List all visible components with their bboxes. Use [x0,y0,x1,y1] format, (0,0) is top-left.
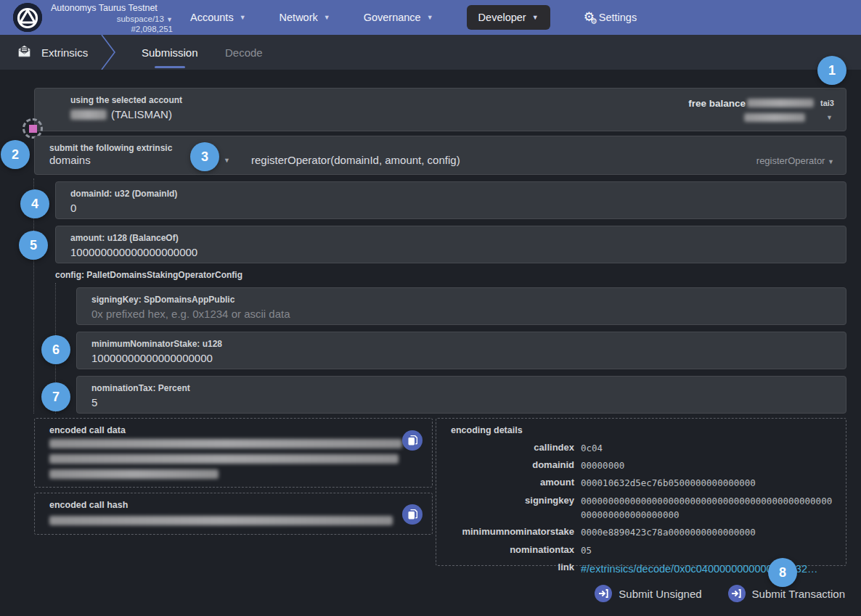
param-nominationtax-label: nominationTax: Percent [91,383,190,393]
chevron-down-icon: ▼ [324,14,330,21]
decode-link[interactable]: #/extrinsics/decode/0x0c0400000000000010… [581,561,836,577]
encoded-call-data-label: encoded call data [49,425,126,435]
tab-submission[interactable]: Submission [142,35,198,70]
tab-bar: Extrinsics Submission Decode [0,35,861,70]
copy-call-hash-button[interactable] [402,504,423,525]
param-amount-field[interactable]: amount: u128 (BalanceOf) 100000000000000… [55,226,846,263]
redacted-balance-secondary [744,113,805,122]
sign-in-arrow-icon [728,585,746,602]
chain-selector[interactable]: subspace/13 ▼ [51,14,173,24]
annotation-badge-2: 2 [1,140,30,169]
block-number: #2,098,251 [51,24,173,34]
annotation-badge-5: 5 [19,231,48,260]
extrinsics-submission-page: using the selected account (TALISMAN) fr… [0,70,861,616]
copy-call-data-button[interactable] [402,430,423,451]
param-amount-label: amount: u128 (BalanceOf) [70,233,179,243]
gear-icon: ⚙⚙ [584,9,593,26]
annotation-badge-4: 4 [20,189,49,218]
method-short-select[interactable]: registerOperator ▼ [756,155,834,166]
autonomys-logo-icon[interactable] [13,3,42,32]
extrinsic-row-label: submit the following extrinsic [49,143,172,153]
param-signingkey-field[interactable]: signingKey: SpDomainsAppPublic 0x prefix… [76,287,846,325]
encoding-details-panel: encoding details callindex 0c04 domainid… [436,418,846,566]
method-select[interactable]: registerOperator(domainId, amount, confi… [251,154,460,166]
annotation-badge-3: 3 [190,142,219,171]
annotation-badge-6: 6 [41,335,70,364]
app-header: Autonomys Taurus Testnet subspace/13 ▼ #… [0,0,861,35]
redacted-balance-value [747,99,814,107]
redacted-call-data-line3 [49,469,219,479]
network-title-block: Autonomys Taurus Testnet subspace/13 ▼ #… [51,3,173,34]
tab-decode[interactable]: Decode [225,35,263,70]
token-unit: tai3 [820,99,834,107]
param-domainid-label: domainId: u32 (DomainId) [70,189,177,199]
encoded-call-hash-panel: encoded call hash [34,493,433,535]
encoded-call-hash-label: encoded call hash [49,500,128,510]
selected-account-value: (TALISMAN) [70,108,172,120]
section-extrinsics: Extrinsics [17,45,88,59]
chevron-down-icon: ▼ [532,14,539,21]
submit-transaction-button[interactable]: Submit Transaction [728,585,845,602]
encoding-row-amount: amount 000010632d5ec76b0500000000000000 [436,475,846,492]
encoding-row-nominationtax: nominationtax 05 [436,541,846,559]
copy-icon [408,435,417,445]
breadcrumb-chevron [100,35,118,73]
param-nominationtax-field[interactable]: nominationTax: Percent 5 [76,376,846,414]
extrinsics-envelope-icon [17,45,31,59]
param-minimumnominatorstake-label: minimumNominatorStake: u128 [91,339,222,349]
param-signingkey-label: signingKey: SpDomainsAppPublic [91,295,234,305]
encoding-details-label: encoding details [451,425,523,435]
param-signingkey-input[interactable]: 0x prefixed hex, e.g. 0x1234 or ascii da… [91,308,290,320]
pallet-select[interactable]: domains [49,154,91,166]
param-nominationtax-input[interactable]: 5 [91,396,97,408]
param-minimumnominatorstake-field[interactable]: minimumNominatorStake: u128 100000000000… [76,332,846,369]
pallet-select-caret[interactable]: ▼ [224,157,230,164]
nav-settings[interactable]: ⚙⚙ Settings [584,9,637,26]
nav-governance[interactable]: Governance ▼ [364,12,433,23]
param-amount-input[interactable]: 100000000000000000000 [70,246,197,258]
encoding-row-callindex: callindex 0c04 [436,439,846,456]
copy-icon [408,509,417,520]
encoding-row-domainid: domainid 00000000 [436,456,846,474]
main-nav: Accounts ▼ Network ▼ Governance ▼ Develo… [190,0,637,35]
chevron-down-icon: ▼ [828,158,834,165]
annotation-badge-7: 7 [41,382,70,411]
param-domainid-input[interactable]: 0 [70,202,76,214]
config-group-label: config: PalletDomainsStakingOperatorConf… [55,270,242,280]
param-minimumnominatorstake-input[interactable]: 10000000000000000000 [91,352,213,364]
redacted-call-hash [49,516,393,525]
redacted-account-name [70,110,107,120]
param-domainid-field[interactable]: domainId: u32 (DomainId) 0 [55,181,846,219]
network-name: Autonomys Taurus Testnet [51,3,173,14]
redacted-call-data-line1 [49,439,402,448]
encoded-call-data-panel: encoded call data [34,418,433,488]
submit-unsigned-button[interactable]: Submit Unsigned [595,585,701,602]
balance-expand-caret[interactable]: ▼ [826,114,833,121]
annotation-badge-1: 1 [817,56,846,85]
free-balance-label: free balance [688,98,746,109]
nav-developer[interactable]: Developer ▼ [467,5,550,30]
sign-in-arrow-icon [595,585,612,602]
account-wallet-suffix: (TALISMAN) [111,108,172,120]
nav-network[interactable]: Network ▼ [279,12,330,23]
encoding-row-minimumnominatorstake: minimumnominatorstake 0000e8890423c78a00… [436,524,846,541]
annotation-badge-8: 8 [768,558,797,587]
submit-actions: Submit Unsigned Submit Transaction [595,585,845,602]
extrinsic-select-row: submit the following extrinsic domains ▼… [34,136,846,175]
encoding-row-signingkey: signingkey 00000000000000000000000000000… [436,492,846,524]
section-title: Extrinsics [41,46,88,59]
account-select-row[interactable]: using the selected account (TALISMAN) fr… [34,88,846,131]
chevron-down-icon: ▼ [166,16,173,23]
redacted-call-data-line2 [49,454,399,464]
chevron-down-icon: ▼ [427,14,433,21]
chevron-down-icon: ▼ [240,14,246,21]
nav-accounts[interactable]: Accounts ▼ [190,12,246,23]
account-select-label: using the selected account [70,95,182,105]
